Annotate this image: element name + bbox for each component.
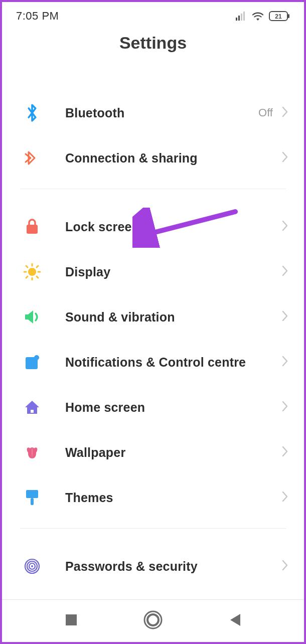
settings-item-lockscreen[interactable]: Lock screen — [2, 204, 304, 249]
svg-rect-5 — [288, 14, 289, 18]
settings-item-label: Notifications & Control centre — [44, 355, 282, 370]
svg-rect-30 — [66, 614, 77, 625]
flower-icon — [20, 444, 44, 460]
chevron-right-icon — [282, 356, 288, 369]
svg-point-32 — [147, 614, 159, 625]
chevron-right-icon — [282, 265, 288, 278]
settings-item-bluetooth[interactable]: Bluetooth Off — [2, 90, 304, 135]
settings-item-display[interactable]: Display — [2, 249, 304, 294]
divider — [20, 528, 286, 529]
battery-icon: 21 — [269, 11, 290, 21]
nav-recents-button[interactable] — [65, 613, 78, 628]
settings-item-home[interactable]: Home screen — [2, 385, 304, 430]
status-icons: 21 — [236, 11, 290, 21]
chevron-right-icon — [282, 446, 288, 459]
sun-icon — [20, 263, 44, 280]
settings-item-label: Passwords & security — [44, 559, 282, 574]
chevron-right-icon — [282, 560, 288, 573]
svg-point-28 — [31, 565, 33, 567]
brush-icon — [20, 489, 44, 506]
settings-item-wallpaper[interactable]: Wallpaper — [2, 430, 304, 475]
notifications-icon — [20, 355, 44, 370]
wifi-icon — [252, 12, 264, 21]
settings-item-notifications[interactable]: Notifications & Control centre — [2, 340, 304, 385]
signal-icon — [236, 12, 247, 21]
fingerprint-icon — [20, 558, 44, 574]
home-icon — [20, 400, 44, 415]
page-title: Settings — [2, 33, 304, 53]
svg-rect-1 — [238, 16, 240, 21]
status-time: 7:05 PM — [16, 10, 59, 23]
sound-icon — [20, 309, 44, 325]
chevron-right-icon — [282, 401, 288, 414]
chevron-right-icon — [282, 220, 288, 233]
svg-rect-0 — [236, 18, 237, 21]
settings-item-label: Wallpaper — [44, 445, 282, 460]
svg-rect-23 — [26, 490, 38, 498]
settings-item-label: Themes — [44, 491, 282, 505]
svg-text:21: 21 — [275, 13, 282, 20]
settings-item-label: Lock screen — [44, 220, 282, 234]
chevron-right-icon — [282, 151, 288, 165]
svg-point-8 — [28, 268, 36, 276]
settings-item-label: Connection & sharing — [44, 151, 282, 166]
settings-list: Bluetooth Off Connection & sharing — [2, 90, 304, 589]
divider — [20, 189, 286, 189]
chevron-right-icon — [282, 310, 288, 324]
bluetooth-icon — [20, 104, 44, 122]
svg-point-19 — [35, 356, 38, 359]
svg-line-13 — [26, 266, 28, 267]
svg-rect-20 — [31, 410, 34, 413]
svg-rect-24 — [31, 498, 34, 505]
settings-item-label: Display — [44, 265, 282, 279]
settings-item-label: Sound & vibration — [44, 310, 282, 325]
settings-item-passwords[interactable]: Passwords & security — [2, 544, 304, 589]
chevron-right-icon — [282, 491, 288, 504]
settings-item-sound[interactable]: Sound & vibration — [2, 294, 304, 340]
settings-item-label: Home screen — [44, 400, 282, 415]
lock-icon — [20, 219, 44, 235]
chevron-right-icon — [282, 106, 288, 119]
settings-item-label: Bluetooth — [44, 106, 258, 120]
svg-rect-2 — [241, 14, 242, 21]
nav-back-button[interactable] — [228, 613, 241, 629]
nav-home-button[interactable] — [143, 610, 163, 632]
settings-item-themes[interactable]: Themes — [2, 475, 304, 520]
svg-rect-3 — [243, 12, 245, 21]
svg-line-16 — [37, 266, 38, 267]
status-bar: 7:05 PM — [2, 2, 304, 30]
share-icon — [20, 150, 44, 166]
settings-item-connection[interactable]: Connection & sharing — [2, 135, 304, 181]
navigation-bar — [2, 599, 304, 642]
settings-item-value: Off — [258, 106, 273, 119]
svg-rect-7 — [27, 225, 38, 234]
svg-line-15 — [26, 276, 28, 278]
svg-line-14 — [37, 276, 38, 278]
